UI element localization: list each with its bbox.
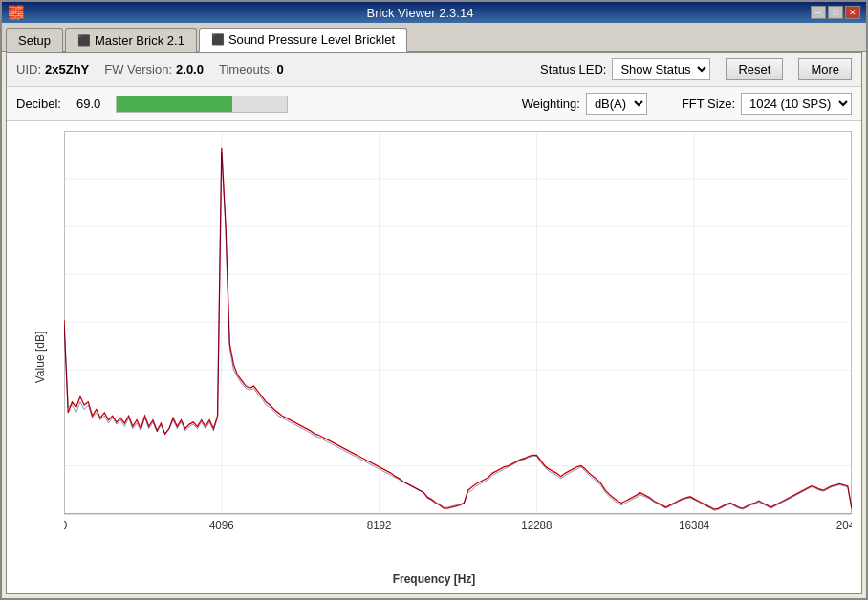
maximize-button[interactable]: □ [828, 6, 843, 19]
uid-label: UID: [16, 62, 41, 76]
weighting-select[interactable]: dB(A) dB(B) dB(C) dB(D) dB(Z) [586, 93, 647, 115]
info-bar: UID: 2x5ZhY FW Version: 2.0.0 Timeouts: … [7, 53, 861, 87]
reset-button[interactable]: Reset [726, 58, 783, 80]
more-button[interactable]: More [798, 58, 852, 80]
chart-container: 0 10 20 30 40 50 60 70 80 0 4096 8192 12… [64, 131, 852, 546]
spl-tab-icon: ⬛ [211, 33, 225, 46]
tab-setup[interactable]: Setup [6, 28, 63, 52]
main-content: UID: 2x5ZhY FW Version: 2.0.0 Timeouts: … [6, 52, 862, 594]
tab-spl-bricklet[interactable]: ⬛ Sound Pressure Level Bricklet [199, 28, 407, 52]
uid-value: 2x5ZhY [45, 62, 89, 76]
uid-item: UID: 2x5ZhY [16, 62, 89, 76]
svg-text:20480: 20480 [836, 519, 852, 532]
app-icon: 🧱 [8, 5, 24, 20]
decibel-label: Decibel: [16, 96, 61, 111]
decibel-value: 69.0 [76, 96, 100, 111]
weighting-label: Weighting: [522, 96, 580, 111]
close-button[interactable]: ✕ [845, 6, 860, 19]
fw-item: FW Version: 2.0.0 [104, 62, 204, 76]
main-window: 🧱 Brick Viewer 2.3.14 ─ □ ✕ Setup ⬛ Mast… [0, 0, 868, 600]
svg-text:12288: 12288 [521, 519, 553, 532]
x-axis-label: Frequency [Hz] [393, 572, 476, 586]
svg-text:0: 0 [64, 519, 68, 532]
chart-svg: 0 10 20 30 40 50 60 70 80 0 4096 8192 12… [64, 131, 852, 546]
window-title: Brick Viewer 2.3.14 [30, 6, 811, 20]
timeouts-label: Timeouts: [219, 62, 273, 76]
master-brick-tab-icon: ⬛ [77, 34, 91, 47]
status-led-label: Status LED: [540, 62, 606, 76]
decibel-bar [117, 96, 232, 112]
svg-text:4096: 4096 [209, 519, 234, 532]
timeouts-value: 0 [277, 62, 284, 76]
setup-tab-label: Setup [18, 33, 51, 48]
svg-text:16384: 16384 [679, 519, 710, 532]
y-axis-label: Value [dB] [33, 332, 47, 383]
weighting-section: Weighting: dB(A) dB(B) dB(C) dB(D) dB(Z) [522, 93, 647, 115]
title-bar: 🧱 Brick Viewer 2.3.14 ─ □ ✕ [2, 2, 866, 23]
spl-tab-label: Sound Pressure Level Bricklet [228, 32, 395, 47]
fft-section: FFT Size: 1024 (10 SPS) 512 (20 SPS) 256… [682, 93, 852, 115]
fft-select[interactable]: 1024 (10 SPS) 512 (20 SPS) 256 (40 SPS) … [741, 93, 852, 115]
fw-label: FW Version: [104, 62, 172, 76]
status-led-select[interactable]: Show Status Off On Heartbeat [612, 58, 710, 80]
minimize-button[interactable]: ─ [811, 6, 826, 19]
master-brick-tab-label: Master Brick 2.1 [95, 33, 184, 48]
fw-value: 2.0.0 [176, 62, 204, 76]
decibel-bar-container [116, 96, 288, 113]
tab-master-brick[interactable]: ⬛ Master Brick 2.1 [65, 28, 197, 52]
svg-text:8192: 8192 [367, 519, 392, 532]
fft-label: FFT Size: [682, 96, 735, 111]
timeouts-item: Timeouts: 0 [219, 62, 284, 76]
tab-bar: Setup ⬛ Master Brick 2.1 ⬛ Sound Pressur… [2, 23, 866, 52]
meter-row: Decibel: 69.0 Weighting: dB(A) dB(B) dB(… [7, 87, 861, 121]
chart-area: Value [dB] Frequency [Hz] [7, 121, 861, 593]
status-led-section: Status LED: Show Status Off On Heartbeat [540, 58, 710, 80]
